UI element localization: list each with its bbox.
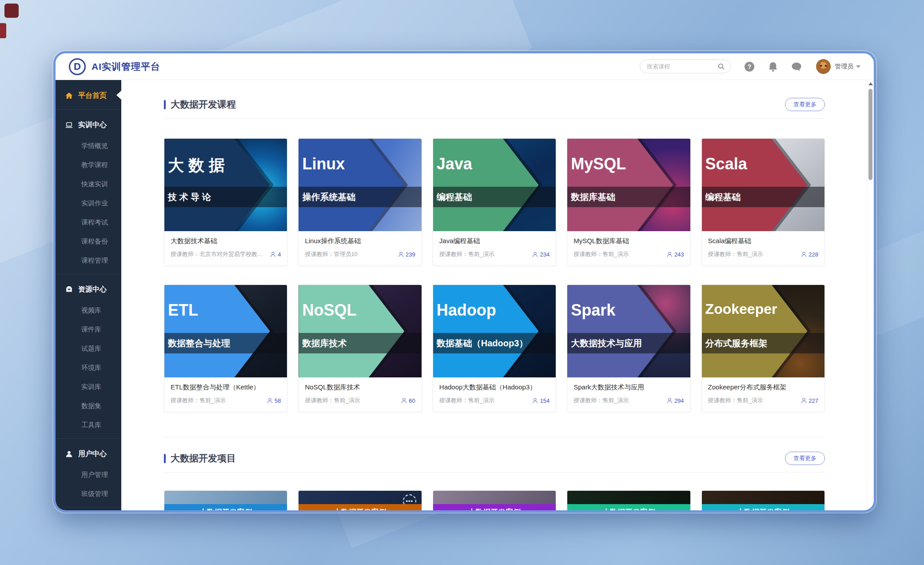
project-card[interactable]: 大数据开发案例 — [567, 490, 690, 510]
home-icon — [65, 92, 73, 99]
divider — [56, 274, 121, 274]
sidebar-item[interactable]: 用户管理 — [56, 465, 121, 485]
project-card[interactable]: 大数据开发案例 — [164, 490, 287, 510]
sidebar-item[interactable]: 教学课程 — [56, 156, 121, 175]
course-art-subtitle: 大数据技术与应用 — [571, 337, 642, 349]
course-art-subtitle: 操作系统基础 — [302, 191, 355, 203]
help-icon[interactable]: ? — [744, 61, 755, 72]
course-art-title: NoSQL — [302, 301, 356, 320]
search-input[interactable] — [647, 63, 717, 70]
course-title: MySQL数据库基础 — [574, 237, 684, 245]
sidebar-section-resources[interactable]: 资源中心 — [56, 278, 121, 301]
archive-icon — [65, 286, 73, 293]
course-art-title: MySQL — [571, 155, 626, 173]
course-title: Hadoop大数据基础（Hadoop3） — [439, 383, 550, 392]
course-title: Spark大数据技术与应用 — [574, 383, 684, 392]
chat-icon[interactable] — [791, 62, 802, 72]
course-art-title: Java — [437, 155, 472, 173]
course-title: NoSQL数据库技术 — [305, 383, 415, 392]
main-content: 大数据开发课程 查看更多 大 数 据 技 术 导 论 大数据技术基础 授课教师：… — [121, 80, 874, 510]
sidebar-item[interactable]: 学情概览 — [56, 136, 121, 156]
section-title: 大数据开发课程 — [171, 98, 236, 111]
course-art-subtitle: 技 术 导 论 — [168, 191, 211, 203]
sidebar-item-settings[interactable]: 系统设置 — [56, 511, 121, 513]
sidebar-section-training[interactable]: 实训中心 — [56, 113, 121, 136]
accent-bar — [164, 100, 166, 109]
scroll-up-arrow[interactable] — [868, 82, 873, 85]
person-icon — [398, 252, 404, 257]
student-count: 58 — [275, 397, 281, 404]
course-art-subtitle: 分布式服务框架 — [705, 337, 768, 349]
course-card[interactable]: MySQL 数据库基础 MySQL数据库基础 授课教师：售前_演示 243 — [567, 138, 690, 266]
course-art-title: Zookeeper — [705, 301, 777, 317]
sidebar-section-users[interactable]: 用户中心 — [56, 442, 121, 465]
course-card[interactable]: ETL 数据整合与处理 ETL数据整合与处理（Kettle） 授课教师：售前_演… — [164, 285, 287, 412]
chevron-down-icon[interactable] — [856, 65, 860, 68]
sidebar-item[interactable]: 课程考试 — [56, 213, 121, 232]
student-count: 243 — [674, 251, 684, 258]
sidebar-item[interactable]: 试题库 — [56, 339, 121, 358]
project-card[interactable]: 大数据开发案例 — [701, 490, 825, 510]
person-icon — [801, 252, 807, 257]
course-title: 大数据技术基础 — [171, 237, 281, 245]
person-icon — [667, 398, 673, 404]
course-card[interactable]: Java 编程基础 Java编程基础 授课教师：售前_演示 234 — [433, 138, 556, 266]
course-art-title: Hadoop — [437, 301, 496, 320]
course-teacher: 授课教师：售前_演示 — [439, 397, 533, 405]
project-card[interactable]: ••• 大数据开发案例 — [298, 490, 422, 510]
sidebar-item[interactable]: 课件库 — [56, 320, 121, 339]
app-header: D AI实训管理平台 ? 管理员 — [56, 53, 874, 80]
student-count: 60 — [409, 397, 415, 404]
course-card[interactable]: 大 数 据 技 术 导 论 大数据技术基础 授课教师：北京市对外贸易学校教...… — [164, 138, 287, 266]
app-logo[interactable]: D — [69, 58, 86, 75]
sidebar: 平台首页 实训中心 学情概览 教学课程 快速实训 实训作业 课程考试 课程备份 … — [56, 80, 121, 510]
sidebar-item[interactable]: 环境库 — [56, 358, 121, 377]
app-window: D AI实训管理平台 ? 管理员 平 — [53, 51, 876, 513]
sidebar-item[interactable]: 实训库 — [56, 377, 121, 397]
person-icon — [267, 398, 273, 404]
desktop-icon-fragment — [4, 4, 19, 18]
course-art-title: Scala — [705, 155, 747, 173]
avatar[interactable] — [816, 59, 831, 74]
sidebar-item[interactable]: 课程备份 — [56, 232, 121, 251]
divider — [56, 109, 121, 110]
bell-icon[interactable] — [768, 61, 778, 72]
course-title: Zookeeper分布式服务框架 — [708, 383, 818, 392]
course-card[interactable]: Linux 操作系统基础 Linux操作系统基础 授课教师：管理员10 239 — [298, 138, 422, 266]
sidebar-item[interactable]: 课程管理 — [56, 251, 121, 270]
section-projects: 大数据开发项目 查看更多 大数据开发案例 ••• 大数据开发案例 大数据开发案例 — [164, 437, 825, 510]
project-banner: 大数据开发案例 — [299, 504, 421, 510]
sidebar-item[interactable]: 视频库 — [56, 301, 121, 320]
sidebar-item[interactable]: 班级管理 — [56, 485, 121, 504]
divider — [56, 438, 121, 439]
sidebar-item-home[interactable]: 平台首页 — [56, 85, 121, 106]
course-card[interactable]: Zookeeper 分布式服务框架 Zookeeper分布式服务框架 授课教师：… — [701, 285, 825, 412]
course-art-title: ETL — [168, 301, 198, 320]
person-icon — [270, 252, 276, 257]
sidebar-item[interactable]: 数据集 — [56, 397, 121, 416]
course-card[interactable]: NoSQL 数据库技术 NoSQL数据库技术 授课教师：售前_演示 60 — [298, 285, 422, 412]
course-teacher: 授课教师：售前_演示 — [574, 397, 667, 405]
view-more-button[interactable]: 查看更多 — [785, 452, 825, 465]
course-teacher: 授课教师：管理员10 — [305, 250, 398, 258]
sidebar-item[interactable]: 工具库 — [56, 416, 121, 435]
project-card[interactable]: 大数据开发案例 — [433, 490, 556, 510]
course-card[interactable]: Spark 大数据技术与应用 Spark大数据技术与应用 授课教师：售前_演示 … — [567, 285, 690, 412]
divider — [164, 472, 825, 473]
course-card[interactable]: Scala 编程基础 Scala编程基础 授课教师：售前_演示 228 — [701, 138, 825, 266]
person-icon — [532, 252, 538, 257]
sidebar-item[interactable]: 实训作业 — [56, 194, 121, 213]
course-title: Linux操作系统基础 — [305, 237, 415, 245]
student-count: 154 — [540, 397, 550, 404]
course-title: ETL数据整合与处理（Kettle） — [171, 383, 281, 392]
search-icon[interactable] — [717, 63, 725, 70]
section-title: 大数据开发项目 — [171, 452, 236, 465]
svg-text:?: ? — [748, 63, 752, 70]
search-box[interactable] — [640, 60, 731, 73]
section-header-projects: 大数据开发项目 查看更多 — [164, 452, 825, 465]
view-more-button[interactable]: 查看更多 — [785, 98, 825, 111]
sidebar-item[interactable]: 快速实训 — [56, 175, 121, 194]
scrollbar-thumb[interactable] — [868, 89, 872, 180]
course-card[interactable]: Hadoop 数据基础（Hadoop3） Hadoop大数据基础（Hadoop3… — [433, 285, 556, 412]
course-art-title: Linux — [302, 155, 345, 173]
